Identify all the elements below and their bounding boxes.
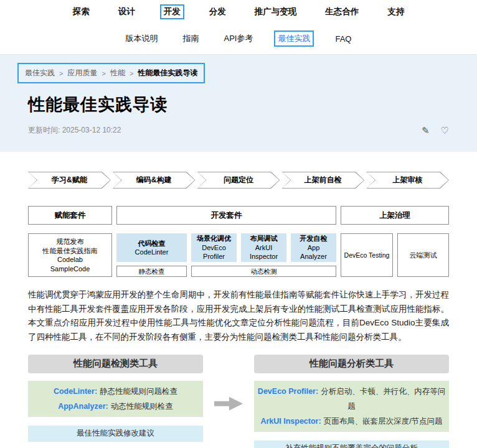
tools-grid: 规范发布 性能最佳实践指南 Codelab SampleCode 代码检查 Co… [28, 233, 449, 277]
detection-tools-list: CodeLinter:静态性能规则问题检查 AppAnalyzer:动态性能规则… [28, 381, 203, 417]
static-check-label: 静态检查 [116, 266, 187, 277]
detection-tools-footer: 最佳性能实践修改建议 [28, 426, 203, 442]
enablement-cell: 规范发布 性能最佳实践指南 Codelab SampleCode [28, 233, 112, 277]
flow-step-problem-locating: 问题定位 [197, 172, 280, 189]
suite-governance: 上架治理 [341, 206, 449, 225]
flow-step-pre-release-check: 上架前自检 [281, 172, 364, 189]
list-item: AppAnalyzer:动态性能规则检查 [28, 399, 203, 414]
app-analyzer-cell: 开发自检 App Analyzer [291, 233, 336, 262]
flow-step-release-review: 上架审核 [366, 172, 449, 189]
analysis-tools-list: DevEco Profiler:分析启动、卡顿、并行化、内存等问题 ArkUI … [254, 381, 449, 432]
edit-icon[interactable]: ✎ [422, 126, 430, 135]
breadcrumb-separator: > [102, 70, 105, 77]
profiler-cell: 场景化调优 DevEco Profiler [191, 233, 237, 262]
breadcrumb: 最佳实践 > 应用质量 > 性能 > 性能最佳实践导读 [17, 63, 205, 83]
intro-paragraph: 性能调优贯穿于鸿蒙应用开发的整个生命周期中，开发前有性能最佳指南等赋能套件让你快… [28, 288, 449, 345]
subnav-item-api-reference[interactable]: API参考 [220, 30, 257, 47]
breadcrumb-separator: > [59, 70, 63, 77]
analysis-tools-title: 性能问题分析类工具 [254, 355, 449, 373]
tool-comparison: 性能问题检测类工具 CodeLinter:静态性能规则问题检查 AppAnaly… [28, 355, 449, 448]
main-content: 学习&赋能 编码&构建 问题定位 上架前自检 上架审核 赋能套件 开发套件 上架… [0, 172, 477, 448]
nav-item-ecosystem[interactable]: 生态合作 [321, 4, 362, 19]
analysis-tools-column: 性能问题分析类工具 DevEco Profiler:分析启动、卡顿、并行化、内存… [254, 355, 449, 448]
subnav-item-guides[interactable]: 指南 [179, 30, 203, 47]
favorite-icon[interactable]: ♡ [441, 126, 449, 135]
breadcrumb-separator: > [130, 70, 133, 77]
updated-timestamp: 更新时间: 2025-03-12 10:22 [28, 125, 121, 136]
page-title: 性能最佳实践导读 [28, 93, 449, 116]
analysis-tools-footer: 补充性能规则不能覆盖完全的问题分析 [254, 441, 449, 448]
secondary-nav: 版本说明 指南 API参考 最佳实践 FAQ [0, 23, 477, 55]
lifecycle-flow: 学习&赋能 编码&构建 问题定位 上架前自检 上架审核 [28, 172, 449, 189]
cloud-test-cell: 云端测试 [397, 233, 449, 277]
suite-row: 赋能套件 开发套件 上架治理 [28, 206, 449, 225]
suite-development: 开发套件 [116, 206, 336, 225]
detection-tools-title: 性能问题检测类工具 [28, 355, 203, 373]
nav-item-explore[interactable]: 探索 [69, 4, 93, 19]
nav-item-monetize[interactable]: 推广与变现 [251, 4, 301, 19]
primary-nav: 探索 设计 开发 分发 推广与变现 生态合作 支持 [0, 0, 477, 23]
flow-step-learn: 学习&赋能 [28, 172, 111, 189]
arkui-inspector-cell: 布局调试 ArkUI Inspector [241, 233, 286, 262]
list-item: DevEco Profiler:分析启动、卡顿、并行化、内存等问题 [254, 384, 449, 414]
nav-item-support[interactable]: 支持 [384, 4, 408, 19]
subnav-item-faq[interactable]: FAQ [331, 32, 355, 46]
code-check-cell: 代码检查 CodeLinter [116, 233, 187, 262]
subnav-item-best-practices[interactable]: 最佳实践 [274, 30, 314, 47]
dynamic-check-label: 动态检测 [191, 266, 336, 277]
list-item: CodeLinter:静态性能规则问题检查 [28, 384, 203, 399]
nav-item-distribute[interactable]: 分发 [205, 4, 230, 19]
breadcrumb-link-best-practices[interactable]: 最佳实践 [25, 68, 55, 78]
list-item: ArkUI Inspector:页面布局、嵌套层次深度/节点问题 [254, 414, 449, 429]
page-header: 最佳实践 > 应用质量 > 性能 > 性能最佳实践导读 性能最佳实践导读 更新时… [0, 55, 477, 152]
suite-enablement: 赋能套件 [28, 206, 112, 225]
breadcrumb-link-performance[interactable]: 性能 [110, 68, 125, 78]
right-arrow-icon [214, 397, 243, 411]
breadcrumb-link-app-quality[interactable]: 应用质量 [67, 68, 97, 78]
subnav-item-release-notes[interactable]: 版本说明 [122, 30, 162, 47]
detection-tools-column: 性能问题检测类工具 CodeLinter:静态性能规则问题检查 AppAnaly… [28, 355, 203, 448]
page-actions: ✎ ♡ [422, 126, 449, 135]
flow-step-code-build: 编码&构建 [113, 172, 196, 189]
meta-row: 更新时间: 2025-03-12 10:22 ✎ ♡ [28, 125, 449, 136]
breadcrumb-current: 性能最佳实践导读 [138, 68, 197, 78]
nav-item-design[interactable]: 设计 [115, 4, 139, 19]
nav-item-develop[interactable]: 开发 [160, 4, 184, 19]
deveco-testing-cell: DevEco Testing [341, 233, 393, 277]
